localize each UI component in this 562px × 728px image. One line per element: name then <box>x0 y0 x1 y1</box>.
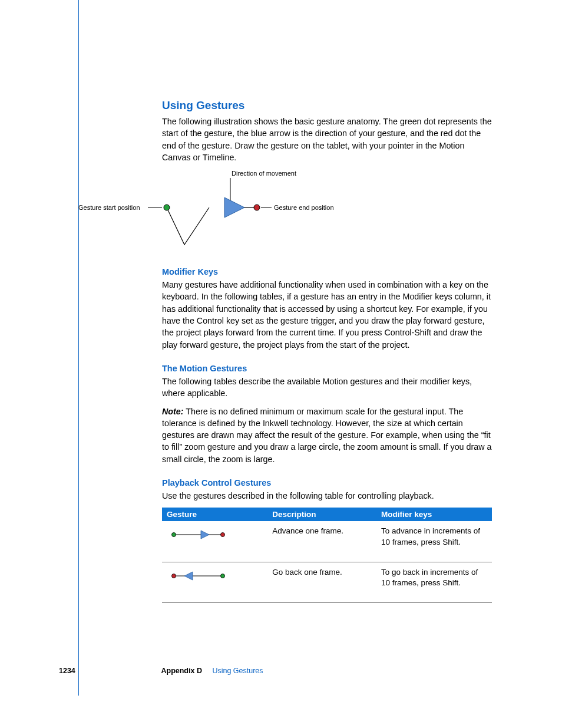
end-label: Gesture end position <box>274 204 334 211</box>
th-gesture: Gesture <box>162 508 267 521</box>
gesture-forward-icon <box>167 526 232 543</box>
appendix-label: Appendix D <box>161 667 201 675</box>
page-number: 1234 <box>59 667 159 675</box>
note-label: Note: <box>162 407 184 416</box>
intro-paragraph: The following illustration shows the bas… <box>162 116 492 163</box>
svg-marker-2 <box>201 531 209 539</box>
svg-point-14 <box>254 205 260 210</box>
table-row: Advance one frame. To advance in increme… <box>162 521 492 562</box>
svg-point-5 <box>221 574 225 578</box>
heading-modifier-keys: Modifier Keys <box>162 267 492 276</box>
direction-label: Direction of movement <box>232 170 296 177</box>
heading-playback-gestures: Playback Control Gestures <box>162 478 492 487</box>
gesture-cell <box>162 562 267 602</box>
mod-cell: To go back in increments of 10 frames, p… <box>376 562 492 602</box>
desc-cell: Advance one frame. <box>267 521 376 562</box>
gesture-back-icon <box>167 567 232 585</box>
playback-gestures-table: Gesture Description Modifier keys <box>162 508 492 603</box>
note-body: There is no defined minimum or maximum s… <box>162 407 491 464</box>
left-rule <box>78 0 79 696</box>
svg-marker-12 <box>224 197 244 218</box>
appendix-title: Using Gestures <box>212 667 263 675</box>
gesture-cell <box>162 521 267 562</box>
desc-cell: Go back one frame. <box>267 562 376 602</box>
motion-gestures-body: The following tables describe the availa… <box>162 375 492 400</box>
svg-point-3 <box>221 533 225 537</box>
th-modifier: Modifier keys <box>376 508 492 521</box>
gesture-anatomy-diagram: Direction of movement Gesture start posi… <box>78 165 408 253</box>
motion-gestures-note: Note: There is no defined minimum or max… <box>162 406 492 465</box>
start-label: Gesture start position <box>78 204 140 211</box>
heading-motion-gestures: The Motion Gestures <box>162 364 492 373</box>
svg-point-13 <box>164 205 170 210</box>
mod-cell: To advance in increments of 10 frames, p… <box>376 521 492 562</box>
page-footer: 1234 Appendix D Using Gestures <box>59 667 471 675</box>
svg-point-1 <box>172 533 176 537</box>
modifier-keys-body: Many gestures have additional functional… <box>162 279 492 351</box>
playback-gestures-body: Use the gestures described in the follow… <box>162 490 492 502</box>
svg-marker-6 <box>184 572 193 580</box>
th-description: Description <box>267 508 376 521</box>
table-row: Go back one frame. To go back in increme… <box>162 562 492 602</box>
svg-point-7 <box>172 574 176 578</box>
page-title: Using Gestures <box>162 99 492 112</box>
